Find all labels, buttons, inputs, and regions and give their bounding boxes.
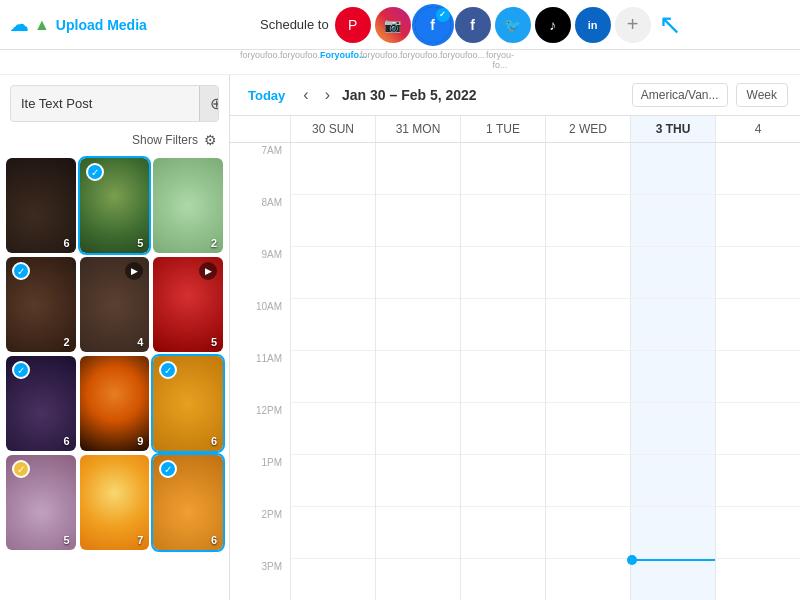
cloud-icon: ☁	[10, 14, 28, 36]
time-slot[interactable]	[631, 247, 715, 299]
create-post-input[interactable]	[11, 88, 199, 119]
time-slot[interactable]	[546, 455, 630, 507]
social-icon-facebook[interactable]: f ✓	[415, 7, 451, 43]
time-slot[interactable]	[291, 195, 375, 247]
media-item[interactable]: 9	[80, 356, 150, 451]
media-item[interactable]: 2	[153, 158, 223, 253]
media-item[interactable]: ▶ 4	[80, 257, 150, 352]
time-slot[interactable]	[461, 507, 545, 559]
time-slot[interactable]	[716, 351, 800, 403]
time-slot[interactable]	[291, 143, 375, 195]
media-item[interactable]: ✓ 5	[80, 158, 150, 253]
media-count: 2	[64, 336, 70, 348]
time-slot[interactable]	[291, 507, 375, 559]
time-slot[interactable]	[376, 403, 460, 455]
social-icons-row: P 📷 f ✓ f 🐦 ♪ in +	[335, 7, 651, 43]
time-slot[interactable]	[716, 403, 800, 455]
calendar-col-mon[interactable]	[375, 143, 460, 600]
time-slot[interactable]	[376, 507, 460, 559]
social-icon-facebook2[interactable]: f	[455, 7, 491, 43]
time-slot[interactable]	[631, 403, 715, 455]
media-item[interactable]: ✓ 6	[153, 455, 223, 550]
time-slot[interactable]	[376, 351, 460, 403]
time-slot[interactable]	[631, 143, 715, 195]
time-slot[interactable]	[461, 403, 545, 455]
time-slot[interactable]	[716, 247, 800, 299]
prev-week-button[interactable]: ‹	[299, 84, 312, 106]
upload-media-button[interactable]: ☁ ▲ Upload Media	[10, 10, 147, 40]
time-slot[interactable]	[631, 195, 715, 247]
time-slot[interactable]	[546, 299, 630, 351]
calendar-col-thu[interactable]	[630, 143, 715, 600]
social-icon-pinterest[interactable]: P	[335, 7, 371, 43]
time-slot[interactable]	[291, 247, 375, 299]
time-slot[interactable]	[631, 559, 715, 600]
next-week-button[interactable]: ›	[321, 84, 334, 106]
media-item[interactable]: ✓ 6	[6, 356, 76, 451]
upload-media-label: Upload Media	[56, 17, 147, 33]
media-item[interactable]: ▶ 5	[153, 257, 223, 352]
time-slot[interactable]	[461, 351, 545, 403]
create-post-drag-button[interactable]: ⊕	[199, 86, 219, 121]
time-slot[interactable]	[546, 559, 630, 600]
time-slot[interactable]	[631, 455, 715, 507]
time-slot[interactable]	[546, 507, 630, 559]
time-slot[interactable]	[546, 351, 630, 403]
time-slot[interactable]	[716, 299, 800, 351]
time-slot[interactable]	[631, 351, 715, 403]
time-slot[interactable]	[461, 247, 545, 299]
time-slot[interactable]	[376, 143, 460, 195]
time-slot[interactable]	[376, 455, 460, 507]
social-icon-instagram[interactable]: 📷	[375, 7, 411, 43]
social-icon-linkedin[interactable]: in	[575, 7, 611, 43]
time-slot[interactable]	[291, 559, 375, 600]
account-label-tiktok: foryoufoo...	[440, 50, 476, 70]
today-button[interactable]: Today	[242, 84, 291, 107]
media-item[interactable]: ✓ 5	[6, 455, 76, 550]
time-slot[interactable]	[546, 143, 630, 195]
media-count: 6	[211, 534, 217, 546]
media-item[interactable]: ✓ 6	[153, 356, 223, 451]
filter-icon[interactable]: ⚙	[204, 132, 217, 148]
drive-icon: ▲	[34, 16, 50, 34]
social-icon-twitter[interactable]: 🐦	[495, 7, 531, 43]
time-slot[interactable]	[631, 299, 715, 351]
add-social-button[interactable]: +	[615, 7, 651, 43]
time-slot[interactable]	[546, 247, 630, 299]
calendar-col-sun[interactable]	[290, 143, 375, 600]
time-slot[interactable]	[716, 143, 800, 195]
time-slot[interactable]	[291, 351, 375, 403]
time-slot[interactable]	[376, 559, 460, 600]
time-slot[interactable]	[291, 299, 375, 351]
time-slot[interactable]	[716, 507, 800, 559]
account-labels-row: foryoufoo... foryoufoo... Foryoufo... fo…	[0, 50, 800, 75]
time-slot[interactable]	[716, 195, 800, 247]
calendar-col-tue[interactable]	[460, 143, 545, 600]
time-slot[interactable]	[631, 507, 715, 559]
time-slot[interactable]	[291, 403, 375, 455]
calendar-col-wed[interactable]	[545, 143, 630, 600]
time-slot[interactable]	[291, 455, 375, 507]
time-slot[interactable]	[461, 559, 545, 600]
time-slot[interactable]	[461, 455, 545, 507]
media-item[interactable]: 7	[80, 455, 150, 550]
calendar-col-fri[interactable]	[715, 143, 800, 600]
social-icon-tiktok[interactable]: ♪	[535, 7, 571, 43]
time-slot[interactable]	[376, 195, 460, 247]
show-filters-button[interactable]: Show Filters	[132, 133, 198, 147]
timezone-button[interactable]: America/Van...	[632, 83, 728, 107]
media-item[interactable]: ✓ 2	[6, 257, 76, 352]
week-view-button[interactable]: Week	[736, 83, 788, 107]
time-slot[interactable]	[546, 195, 630, 247]
time-slot[interactable]	[716, 559, 800, 600]
time-slot[interactable]	[461, 195, 545, 247]
time-slot[interactable]	[376, 247, 460, 299]
day-header-thu: 3 THU	[630, 116, 715, 142]
time-slot[interactable]	[461, 143, 545, 195]
time-slot[interactable]	[461, 299, 545, 351]
time-slot[interactable]	[546, 403, 630, 455]
time-slot[interactable]	[376, 299, 460, 351]
twitter-icon: 🐦	[504, 17, 521, 33]
time-slot[interactable]	[716, 455, 800, 507]
media-item[interactable]: 6	[6, 158, 76, 253]
